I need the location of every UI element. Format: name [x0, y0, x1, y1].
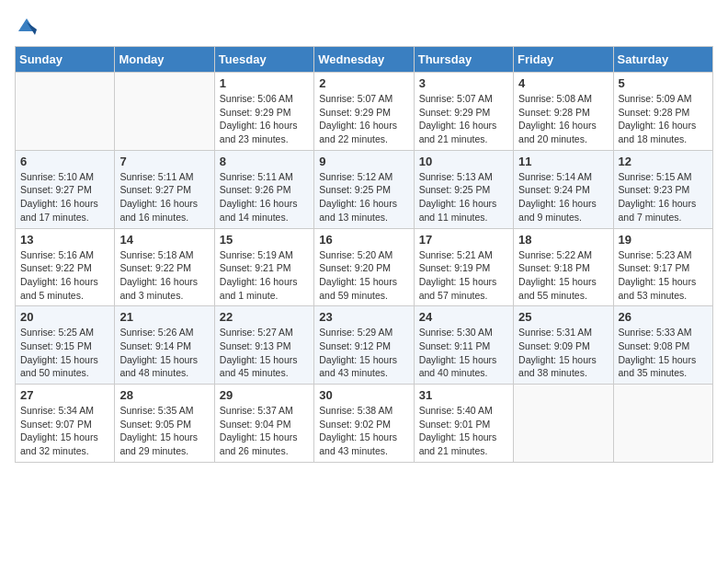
calendar-table: SundayMondayTuesdayWednesdayThursdayFrid… — [15, 46, 713, 463]
calendar-cell: 22Sunrise: 5:27 AM Sunset: 9:13 PM Dayli… — [214, 306, 313, 385]
day-detail: Sunrise: 5:06 AM Sunset: 9:29 PM Dayligh… — [220, 92, 309, 146]
calendar-cell: 5Sunrise: 5:09 AM Sunset: 9:28 PM Daylig… — [613, 73, 712, 151]
calendar-cell: 19Sunrise: 5:23 AM Sunset: 9:17 PM Dayli… — [613, 228, 712, 306]
day-detail: Sunrise: 5:21 AM Sunset: 9:19 PM Dayligh… — [419, 248, 508, 303]
day-header-monday: Monday — [115, 47, 214, 73]
day-number: 2 — [319, 76, 408, 90]
calendar-cell: 29Sunrise: 5:37 AM Sunset: 9:04 PM Dayli… — [214, 385, 313, 463]
day-number: 18 — [518, 233, 608, 247]
day-number: 14 — [119, 233, 209, 247]
day-number: 30 — [319, 388, 408, 402]
calendar-cell — [115, 73, 214, 151]
day-number: 22 — [220, 310, 309, 324]
day-number: 17 — [419, 233, 508, 247]
day-number: 6 — [20, 155, 109, 168]
calendar-cell: 28Sunrise: 5:35 AM Sunset: 9:05 PM Dayli… — [115, 385, 214, 463]
day-detail: Sunrise: 5:33 AM Sunset: 9:08 PM Dayligh… — [619, 326, 708, 380]
calendar-cell: 31Sunrise: 5:40 AM Sunset: 9:01 PM Dayli… — [414, 385, 513, 463]
day-detail: Sunrise: 5:18 AM Sunset: 9:22 PM Dayligh… — [119, 248, 209, 303]
calendar-cell: 12Sunrise: 5:15 AM Sunset: 9:23 PM Dayli… — [613, 150, 712, 228]
day-number: 26 — [619, 310, 708, 324]
calendar-week-row: 6Sunrise: 5:10 AM Sunset: 9:27 PM Daylig… — [16, 150, 713, 228]
calendar-cell: 10Sunrise: 5:13 AM Sunset: 9:25 PM Dayli… — [414, 150, 513, 228]
day-number: 3 — [419, 76, 508, 90]
day-detail: Sunrise: 5:40 AM Sunset: 9:01 PM Dayligh… — [419, 404, 508, 458]
day-detail: Sunrise: 5:10 AM Sunset: 9:27 PM Dayligh… — [20, 170, 109, 224]
calendar-cell: 20Sunrise: 5:25 AM Sunset: 9:15 PM Dayli… — [16, 306, 115, 385]
day-detail: Sunrise: 5:07 AM Sunset: 9:29 PM Dayligh… — [419, 92, 508, 146]
calendar-cell: 2Sunrise: 5:07 AM Sunset: 9:29 PM Daylig… — [314, 73, 414, 151]
day-number: 4 — [518, 76, 608, 90]
calendar-cell: 14Sunrise: 5:18 AM Sunset: 9:22 PM Dayli… — [115, 228, 214, 306]
day-header-saturday: Saturday — [613, 47, 712, 73]
day-header-sunday: Sunday — [16, 47, 115, 73]
day-number: 27 — [20, 388, 109, 402]
calendar-cell — [514, 385, 613, 463]
day-number: 28 — [119, 388, 209, 402]
calendar-cell: 21Sunrise: 5:26 AM Sunset: 9:14 PM Dayli… — [115, 306, 214, 385]
day-header-wednesday: Wednesday — [314, 47, 414, 73]
day-detail: Sunrise: 5:08 AM Sunset: 9:28 PM Dayligh… — [518, 92, 608, 146]
day-number: 8 — [220, 155, 309, 168]
day-detail: Sunrise: 5:07 AM Sunset: 9:29 PM Dayligh… — [319, 92, 408, 146]
day-number: 9 — [319, 155, 408, 168]
calendar-cell: 25Sunrise: 5:31 AM Sunset: 9:09 PM Dayli… — [514, 306, 613, 385]
calendar-cell: 26Sunrise: 5:33 AM Sunset: 9:08 PM Dayli… — [613, 306, 712, 385]
day-detail: Sunrise: 5:29 AM Sunset: 9:12 PM Dayligh… — [319, 326, 408, 380]
day-detail: Sunrise: 5:26 AM Sunset: 9:14 PM Dayligh… — [119, 326, 209, 380]
day-number: 23 — [319, 310, 408, 324]
day-header-tuesday: Tuesday — [214, 47, 313, 73]
day-number: 31 — [419, 388, 508, 402]
day-number: 7 — [119, 155, 209, 168]
logo-icon — [17, 15, 37, 35]
calendar-cell: 11Sunrise: 5:14 AM Sunset: 9:24 PM Dayli… — [514, 150, 613, 228]
day-detail: Sunrise: 5:11 AM Sunset: 9:26 PM Dayligh… — [220, 170, 309, 224]
day-number: 29 — [220, 388, 309, 402]
calendar-week-row: 27Sunrise: 5:34 AM Sunset: 9:07 PM Dayli… — [16, 385, 713, 463]
day-detail: Sunrise: 5:16 AM Sunset: 9:22 PM Dayligh… — [20, 248, 109, 303]
calendar-cell: 13Sunrise: 5:16 AM Sunset: 9:22 PM Dayli… — [16, 228, 115, 306]
calendar-cell: 23Sunrise: 5:29 AM Sunset: 9:12 PM Dayli… — [314, 306, 414, 385]
calendar-cell: 30Sunrise: 5:38 AM Sunset: 9:02 PM Dayli… — [314, 385, 414, 463]
calendar-cell: 3Sunrise: 5:07 AM Sunset: 9:29 PM Daylig… — [414, 73, 513, 151]
calendar-cell: 6Sunrise: 5:10 AM Sunset: 9:27 PM Daylig… — [16, 150, 115, 228]
day-detail: Sunrise: 5:12 AM Sunset: 9:25 PM Dayligh… — [319, 170, 408, 224]
day-detail: Sunrise: 5:27 AM Sunset: 9:13 PM Dayligh… — [220, 326, 309, 380]
day-number: 25 — [518, 310, 608, 324]
day-number: 5 — [619, 76, 708, 90]
calendar-cell: 7Sunrise: 5:11 AM Sunset: 9:27 PM Daylig… — [115, 150, 214, 228]
day-detail: Sunrise: 5:31 AM Sunset: 9:09 PM Dayligh… — [518, 326, 608, 380]
day-header-friday: Friday — [514, 47, 613, 73]
calendar-week-row: 20Sunrise: 5:25 AM Sunset: 9:15 PM Dayli… — [16, 306, 713, 385]
calendar-cell: 24Sunrise: 5:30 AM Sunset: 9:11 PM Dayli… — [414, 306, 513, 385]
day-number: 20 — [20, 310, 109, 324]
day-detail: Sunrise: 5:25 AM Sunset: 9:15 PM Dayligh… — [20, 326, 109, 380]
day-number: 1 — [220, 76, 309, 90]
day-detail: Sunrise: 5:13 AM Sunset: 9:25 PM Dayligh… — [419, 170, 508, 224]
calendar-cell: 18Sunrise: 5:22 AM Sunset: 9:18 PM Dayli… — [514, 228, 613, 306]
day-detail: Sunrise: 5:22 AM Sunset: 9:18 PM Dayligh… — [518, 248, 608, 303]
day-detail: Sunrise: 5:19 AM Sunset: 9:21 PM Dayligh… — [220, 248, 309, 303]
calendar-cell: 9Sunrise: 5:12 AM Sunset: 9:25 PM Daylig… — [314, 150, 414, 228]
calendar-week-row: 1Sunrise: 5:06 AM Sunset: 9:29 PM Daylig… — [16, 73, 713, 151]
day-number: 11 — [518, 155, 608, 168]
page-header — [15, 15, 713, 39]
calendar-cell: 16Sunrise: 5:20 AM Sunset: 9:20 PM Dayli… — [314, 228, 414, 306]
day-number: 10 — [419, 155, 508, 168]
day-detail: Sunrise: 5:09 AM Sunset: 9:28 PM Dayligh… — [619, 92, 708, 146]
day-detail: Sunrise: 5:35 AM Sunset: 9:05 PM Dayligh… — [119, 404, 209, 458]
day-number: 24 — [419, 310, 508, 324]
calendar-cell: 27Sunrise: 5:34 AM Sunset: 9:07 PM Dayli… — [16, 385, 115, 463]
calendar-header-row: SundayMondayTuesdayWednesdayThursdayFrid… — [16, 47, 713, 73]
logo — [15, 15, 37, 39]
day-number: 16 — [319, 233, 408, 247]
day-number: 12 — [619, 155, 708, 168]
calendar-cell — [16, 73, 115, 151]
calendar-week-row: 13Sunrise: 5:16 AM Sunset: 9:22 PM Dayli… — [16, 228, 713, 306]
day-detail: Sunrise: 5:38 AM Sunset: 9:02 PM Dayligh… — [319, 404, 408, 458]
day-detail: Sunrise: 5:34 AM Sunset: 9:07 PM Dayligh… — [20, 404, 109, 458]
calendar-cell: 15Sunrise: 5:19 AM Sunset: 9:21 PM Dayli… — [214, 228, 313, 306]
day-detail: Sunrise: 5:15 AM Sunset: 9:23 PM Dayligh… — [619, 170, 708, 224]
day-number: 13 — [20, 233, 109, 247]
day-number: 15 — [220, 233, 309, 247]
